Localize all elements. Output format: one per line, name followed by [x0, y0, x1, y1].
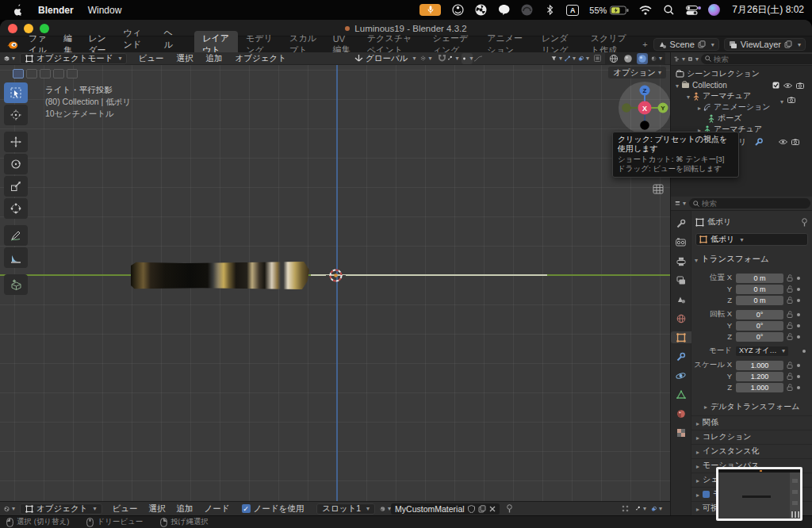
chevron-down-icon[interactable]	[780, 93, 783, 107]
lock-icon[interactable]	[787, 362, 793, 369]
rotation-y-field[interactable]: 0°	[736, 321, 783, 331]
animate-dot[interactable]	[797, 288, 800, 291]
siri-icon[interactable]	[708, 4, 720, 16]
lock-icon[interactable]	[787, 322, 793, 329]
tab-object[interactable]	[671, 331, 691, 343]
mesh-object[interactable]	[131, 262, 309, 289]
snap-magnet-icon[interactable]	[436, 53, 447, 64]
outliner-filter-mode-icon[interactable]	[688, 53, 699, 64]
shading-rendered-icon[interactable]	[651, 53, 662, 64]
blender-logo-icon[interactable]	[6, 39, 18, 51]
input-source-icon[interactable]: A	[566, 5, 579, 16]
obs-icon[interactable]	[451, 4, 464, 17]
tool-measure[interactable]	[4, 247, 28, 268]
pin-icon[interactable]	[801, 218, 808, 227]
cursor-3d[interactable]	[325, 265, 347, 286]
properties-search-input[interactable]	[702, 199, 806, 208]
material-name-field[interactable]: MyCustomMaterial	[391, 503, 500, 515]
tool-transform[interactable]	[4, 198, 28, 219]
tab-scene[interactable]	[671, 293, 691, 305]
viewlayer-selector[interactable]: ViewLayer	[724, 38, 806, 51]
tool-rotate[interactable]	[4, 154, 28, 174]
orientation-selector[interactable]: グローバル	[354, 53, 416, 64]
shader-type-selector[interactable]: オブジェクト	[20, 503, 102, 515]
tab-texture[interactable]	[671, 427, 691, 438]
tab-physics[interactable]	[671, 369, 691, 381]
editor-type-icon[interactable]	[4, 53, 15, 64]
tab-material[interactable]	[671, 407, 691, 419]
shader-overlays-icon[interactable]	[651, 503, 662, 515]
lock-icon[interactable]	[787, 285, 793, 293]
screen-preview-pip[interactable]	[716, 467, 802, 521]
copy-icon[interactable]	[478, 505, 486, 513]
tool-scale[interactable]	[4, 176, 28, 197]
quickbar-icon-3[interactable]	[40, 69, 51, 78]
transform-panel-header[interactable]: トランスフォーム	[695, 254, 769, 265]
animate-dot[interactable]	[797, 386, 800, 389]
lock-icon[interactable]	[787, 311, 793, 318]
eye-icon[interactable]	[783, 82, 792, 89]
tab-view-layer[interactable]	[671, 274, 691, 286]
location-y-field[interactable]: 0 m	[736, 285, 783, 294]
perspective-toggle-icon[interactable]	[652, 182, 665, 195]
apple-logo-icon[interactable]	[11, 4, 24, 17]
mic-indicator-icon[interactable]	[419, 4, 441, 16]
panel-delta-transform[interactable]: デルタトランスフォーム	[691, 400, 812, 413]
animate-dot[interactable]	[797, 324, 800, 327]
scene-selector[interactable]: Scene	[653, 38, 719, 51]
lock-icon[interactable]	[787, 297, 793, 304]
wifi-icon[interactable]	[639, 4, 652, 17]
animate-dot[interactable]	[797, 299, 800, 302]
outliner-row-collection[interactable]: Collection	[676, 79, 727, 90]
show-object-types-icon[interactable]	[551, 53, 562, 64]
outliner-row-scene-collection[interactable]: シーンコレクション	[676, 68, 760, 79]
shader-menu-select[interactable]: 選択	[144, 503, 171, 515]
animate-dot[interactable]	[797, 313, 800, 316]
outliner-search[interactable]	[701, 54, 812, 64]
tool-cursor[interactable]	[4, 105, 28, 125]
fake-user-shield-icon[interactable]	[468, 505, 475, 513]
outliner-row-pose[interactable]: ポーズ	[707, 113, 741, 124]
location-x-field[interactable]: 0 m	[736, 274, 783, 283]
animate-dot[interactable]	[797, 375, 800, 378]
shading-wireframe-icon[interactable]	[608, 53, 619, 64]
lock-icon[interactable]	[787, 274, 793, 281]
camera-icon[interactable]	[787, 97, 795, 103]
tab-object-data[interactable]	[671, 388, 691, 400]
viewport-3d[interactable]: オブジェクトモード ビュー 選択 追加 オブジェクト グローバル	[0, 52, 670, 501]
lock-icon[interactable]	[787, 384, 793, 391]
tool-select-box[interactable]	[4, 82, 28, 103]
quickbar-icon-4[interactable]	[53, 69, 64, 78]
spotlight-search-icon[interactable]	[662, 4, 675, 17]
snap-target-icon[interactable]	[447, 53, 458, 64]
quickbar-icon-2[interactable]	[26, 69, 37, 78]
mode-selector[interactable]: オブジェクトモード	[20, 53, 127, 64]
modifier-wrench-icon[interactable]	[755, 138, 763, 146]
properties-editor-icon[interactable]	[675, 198, 686, 209]
panel-collections[interactable]: コレクション	[691, 430, 812, 443]
menubar-window-menu[interactable]: Window	[88, 5, 122, 16]
shader-snap-target-icon[interactable]	[635, 503, 646, 515]
control-center-icon[interactable]	[685, 4, 698, 17]
viewport-menu-add[interactable]: 追加	[199, 53, 228, 64]
gizmos-toggle-icon[interactable]	[565, 53, 576, 64]
unlink-x-icon[interactable]	[489, 506, 496, 512]
round-app-icon[interactable]	[520, 4, 533, 17]
checkbox-icon[interactable]	[772, 82, 779, 89]
eye-icon[interactable]	[779, 139, 787, 145]
animate-dot[interactable]	[802, 350, 806, 353]
location-z-field[interactable]: 0 m	[736, 296, 783, 305]
breadcrumb-object-name[interactable]: 低ポリ	[707, 216, 731, 228]
shader-snap-icon[interactable]	[619, 503, 630, 515]
viewport-menu-object[interactable]: オブジェクト	[228, 53, 292, 64]
scale-x-field[interactable]: 1.000	[736, 361, 783, 370]
scale-y-field[interactable]: 1.200	[736, 372, 783, 381]
shader-menu-node[interactable]: ノード	[199, 503, 236, 515]
tab-world[interactable]	[671, 312, 691, 324]
shading-solid-icon[interactable]	[622, 53, 634, 64]
shader-menu-add[interactable]: 追加	[171, 503, 199, 515]
rotation-x-field[interactable]: 0°	[736, 310, 783, 319]
outliner-row-animation[interactable]: アニメーション	[698, 101, 770, 113]
browse-material-icon[interactable]	[380, 503, 391, 515]
outliner-display-mode-icon[interactable]	[674, 53, 685, 64]
